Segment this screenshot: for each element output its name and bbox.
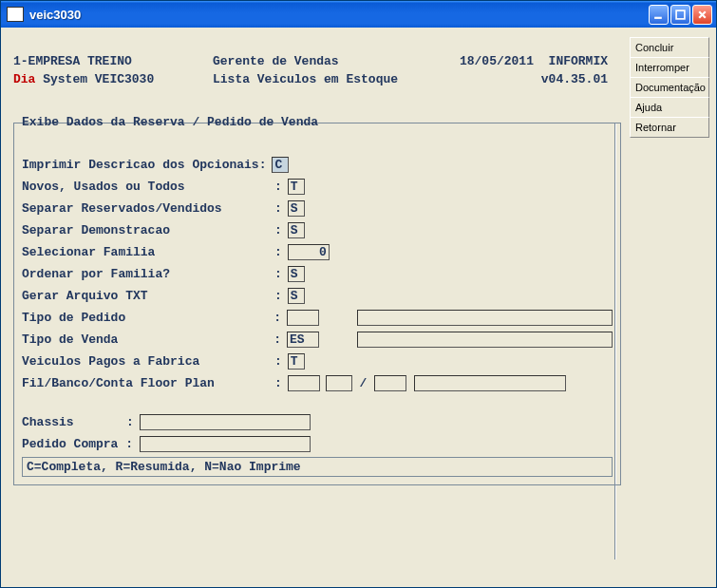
side-button-panel: Concluir Interromper Documentação Ajuda … bbox=[630, 37, 709, 138]
header-line-1: 1-EMPRESA TREINO Gerente de Vendas 18/05… bbox=[13, 54, 621, 68]
display-tipo-pedido-desc bbox=[357, 310, 613, 326]
row-novos-usados: Novos, Usados ou Todos : T bbox=[22, 176, 613, 198]
row-chassis: Chassis : bbox=[22, 411, 613, 433]
row-separar-reservados: Separar Reservados/Vendidos : S bbox=[22, 198, 613, 219]
display-conta-desc bbox=[414, 375, 566, 391]
svg-rect-1 bbox=[676, 10, 685, 19]
header-date-db: 18/05/2011 INFORMIX bbox=[450, 54, 621, 68]
concluir-button[interactable]: Concluir bbox=[630, 37, 709, 58]
hint-bar: C=Completa, R=Resumida, N=Nao Imprime bbox=[22, 457, 613, 477]
label-pedido-compra: Pedido Compra : bbox=[22, 437, 134, 451]
input-fil[interactable] bbox=[288, 375, 320, 391]
client-area: Concluir Interromper Documentação Ajuda … bbox=[4, 28, 713, 584]
label-veiculos-pagos: Veiculos Pagos a Fabrica bbox=[22, 354, 274, 369]
header-subtitle: Lista Veiculos em Estoque bbox=[213, 72, 450, 86]
input-separar-reservados[interactable]: S bbox=[288, 200, 305, 217]
ajuda-button[interactable]: Ajuda bbox=[630, 97, 709, 118]
display-tipo-venda-desc bbox=[357, 332, 613, 348]
label-opcionais: Imprimir Descricao dos Opcionais: bbox=[22, 158, 266, 172]
label-separar-demonstracao: Separar Demonstracao bbox=[22, 223, 274, 237]
label-chassis: Chassis bbox=[22, 415, 126, 429]
maximize-button[interactable] bbox=[670, 5, 690, 25]
input-separar-demonstracao[interactable]: S bbox=[288, 222, 305, 238]
input-tipo-venda[interactable]: ES bbox=[287, 332, 319, 348]
input-chassis[interactable] bbox=[140, 414, 311, 430]
row-veiculos-pagos: Veiculos Pagos a Fabrica : T bbox=[22, 351, 613, 372]
label-ordenar-familia: Ordenar por Familia? bbox=[22, 267, 274, 281]
row-floor-plan: Fil/Banco/Conta Floor Plan : / bbox=[22, 372, 613, 394]
input-gerar-txt[interactable]: S bbox=[288, 288, 305, 304]
title-bar: veic3030 bbox=[1, 1, 716, 28]
row-gerar-txt: Gerar Arquivo TXT : S bbox=[22, 285, 613, 307]
header-role: Gerente de Vendas bbox=[213, 54, 450, 68]
input-banco[interactable] bbox=[326, 375, 352, 391]
input-ordenar-familia[interactable]: S bbox=[288, 266, 305, 282]
input-selecionar-familia[interactable]: 0 bbox=[288, 244, 330, 260]
svg-rect-0 bbox=[654, 16, 662, 18]
row-opcionais: Imprimir Descricao dos Opcionais: C bbox=[22, 154, 613, 176]
header-company: 1-EMPRESA TREINO bbox=[13, 54, 213, 68]
label-novos-usados: Novos, Usados ou Todos bbox=[22, 180, 274, 194]
label-gerar-txt: Gerar Arquivo TXT bbox=[22, 289, 274, 303]
window-buttons bbox=[649, 5, 712, 25]
group-legend: Exibe Dados da Reserva / Pedido de Venda bbox=[18, 115, 322, 129]
row-selecionar-familia: Selecionar Familia : 0 bbox=[22, 241, 613, 263]
input-veiculos-pagos[interactable]: T bbox=[288, 353, 305, 370]
interromper-button[interactable]: Interromper bbox=[630, 57, 709, 78]
label-selecionar-familia: Selecionar Familia bbox=[22, 245, 274, 259]
app-window: veic3030 Concluir Interromper Documentaç… bbox=[0, 0, 717, 588]
parameters-group: Exibe Dados da Reserva / Pedido de Venda… bbox=[13, 123, 621, 485]
slash-label: / bbox=[352, 376, 374, 390]
row-separar-demonstracao: Separar Demonstracao : S bbox=[22, 219, 613, 241]
row-pedido-compra: Pedido Compra : bbox=[22, 433, 613, 455]
retornar-button[interactable]: Retornar bbox=[630, 117, 709, 138]
row-tipo-venda: Tipo de Venda : ES bbox=[22, 329, 613, 351]
dia-label: Dia bbox=[13, 72, 35, 86]
label-tipo-pedido: Tipo de Pedido bbox=[22, 311, 274, 325]
input-conta[interactable] bbox=[374, 375, 406, 391]
input-novos-usados[interactable]: T bbox=[288, 179, 305, 195]
input-tipo-pedido[interactable] bbox=[287, 310, 319, 326]
app-icon bbox=[7, 7, 24, 22]
input-opcionais[interactable]: C bbox=[272, 157, 289, 173]
label-floor-plan: Fil/Banco/Conta Floor Plan bbox=[22, 376, 274, 390]
close-button[interactable] bbox=[692, 5, 712, 25]
minimize-button[interactable] bbox=[649, 5, 669, 25]
row-tipo-pedido: Tipo de Pedido : bbox=[22, 307, 613, 329]
label-separar-reservados: Separar Reservados/Vendidos bbox=[22, 201, 274, 216]
header-program: Dia System VEIC3030 bbox=[13, 72, 213, 86]
row-ordenar-familia: Ordenar por Familia? : S bbox=[22, 263, 613, 285]
input-pedido-compra[interactable] bbox=[140, 436, 311, 452]
header-line-2: Dia System VEIC3030 Lista Veiculos em Es… bbox=[13, 72, 621, 86]
documentacao-button[interactable]: Documentação bbox=[630, 77, 709, 98]
label-tipo-venda: Tipo de Venda bbox=[22, 332, 274, 347]
terminal-area: 1-EMPRESA TREINO Gerente de Vendas 18/05… bbox=[13, 37, 621, 485]
header-version: v04.35.01 bbox=[450, 72, 621, 86]
window-title: veic3030 bbox=[28, 8, 649, 22]
